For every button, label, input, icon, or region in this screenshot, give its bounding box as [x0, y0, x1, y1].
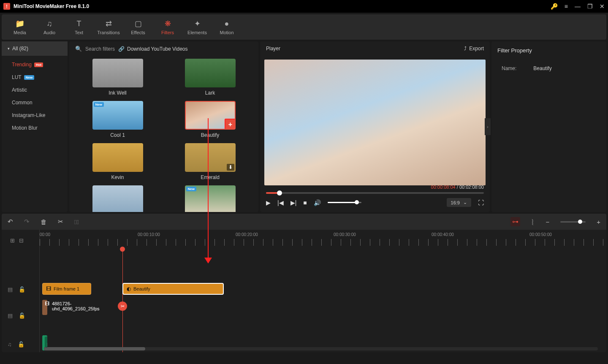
- export-icon: ⤴: [464, 46, 467, 52]
- tab-motion[interactable]: ●Motion: [212, 18, 242, 37]
- filter-item-item[interactable]: [78, 185, 157, 212]
- music-icon: ♪: [47, 337, 47, 342]
- export-button[interactable]: ⤴ Export: [464, 46, 484, 52]
- ruler-tick: 00:00:20:00: [236, 232, 258, 237]
- key-icon[interactable]: 🔑: [551, 3, 558, 10]
- filter-item-cool-1[interactable]: NewCool 1: [78, 101, 157, 138]
- timeline-remove-icon[interactable]: ⊟: [19, 237, 24, 244]
- motion-icon: ●: [225, 19, 229, 28]
- media-icon: 📁: [15, 19, 24, 28]
- aspect-ratio-select[interactable]: 16:9⌄: [447, 198, 471, 207]
- download-youtube-link[interactable]: 🔗 Download YouTube Videos: [118, 46, 187, 52]
- sidebar-item-lut[interactable]: LUTNew: [2, 71, 68, 84]
- download-icon[interactable]: ⬇: [227, 164, 234, 171]
- play-button[interactable]: ▶: [266, 199, 271, 206]
- ruler-tick: 00:00:10:00: [138, 232, 160, 237]
- timeline-toolbar: ↶ ↷ 🗑 ✂ ✂⃞ ⊶ ⦚ − +: [2, 214, 606, 230]
- title-bar: ! MiniTool MovieMaker Free 8.1.0 🔑 ≡ — ❐…: [0, 0, 608, 13]
- close-icon[interactable]: ✕: [600, 3, 605, 10]
- player-title: Player: [266, 46, 280, 52]
- minimize-icon[interactable]: —: [575, 3, 581, 10]
- video-clip[interactable]: 🎞 4881726-uhd_4096_2160_25fps: [42, 300, 47, 315]
- tab-elements[interactable]: ✦Elements: [182, 17, 212, 37]
- search-icon: 🔍: [75, 46, 82, 52]
- elements-icon: ✦: [194, 19, 201, 28]
- video-track-icon: ▤: [8, 312, 13, 319]
- video-clip-icon: 🎞: [45, 301, 49, 306]
- redo-button[interactable]: ↷: [24, 218, 30, 225]
- effects-icon: ▢: [135, 19, 142, 28]
- tab-audio[interactable]: ♫Audio: [35, 18, 64, 37]
- timeline-scrollbar[interactable]: [44, 347, 598, 350]
- snap-toggle[interactable]: ⦚: [531, 218, 535, 225]
- annotation-arrow: [208, 118, 209, 260]
- timeline: ⊞ ⊟ 00:0000:00:10:0000:00:20:0000:00:30:…: [2, 230, 606, 352]
- sidebar-item-motion-blur[interactable]: Motion Blur: [2, 122, 68, 134]
- sidebar-all-header[interactable]: All (82): [2, 41, 68, 56]
- search-input[interactable]: Search filters: [85, 46, 115, 52]
- filter-list-panel: 🔍 Search filters 🔗 Download YouTube Vide…: [69, 41, 258, 212]
- split-button[interactable]: ✂: [58, 218, 63, 225]
- next-frame-button[interactable]: ▶|: [290, 199, 297, 206]
- ruler-tick: 00:00:40:00: [432, 232, 454, 237]
- player-preview[interactable]: [264, 60, 486, 185]
- magnet-toggle[interactable]: ⊶: [510, 217, 520, 226]
- tab-effects[interactable]: ▢Effects: [123, 17, 153, 37]
- tab-text[interactable]: TText: [64, 18, 94, 37]
- lock-icon[interactable]: 🔓: [19, 312, 25, 319]
- fullscreen-icon[interactable]: ⛶: [478, 199, 484, 206]
- crop-button[interactable]: ✂⃞: [74, 218, 79, 225]
- sidebar-item-common[interactable]: Common: [2, 96, 68, 109]
- main-tabs: 📁Media♫AudioTText⇄Transitions▢Effects❋Fi…: [2, 14, 606, 40]
- lock-icon[interactable]: 🔓: [19, 286, 25, 293]
- property-title: Filter Property: [491, 41, 606, 60]
- zoom-slider[interactable]: [560, 221, 586, 223]
- property-name-value: Beautify: [533, 65, 551, 71]
- property-name-label: Name:: [502, 65, 516, 71]
- audio-icon: ♫: [46, 19, 52, 28]
- sidebar-item-instagram-like[interactable]: Instagram-Like: [2, 109, 68, 122]
- filter-track-icon: ▤: [8, 286, 13, 293]
- ruler-tick: 00:00:50:00: [529, 232, 552, 237]
- filter-category-sidebar: All (82) TrendingHotLUTNewArtisticCommon…: [2, 41, 68, 212]
- cut-marker-icon[interactable]: ✂: [118, 302, 127, 311]
- tab-transitions[interactable]: ⇄Transitions: [94, 17, 123, 37]
- filter-clip-1[interactable]: 🎞 Film frame 1: [42, 283, 91, 295]
- volume-slider[interactable]: [328, 202, 361, 203]
- maximize-icon[interactable]: ❐: [587, 3, 593, 10]
- prev-frame-button[interactable]: |◀: [277, 199, 284, 206]
- filter-item-beautify[interactable]: +Beautify: [170, 101, 250, 138]
- undo-button[interactable]: ↶: [8, 218, 13, 225]
- chevron-down-icon: ⌄: [463, 200, 467, 205]
- filter-item-kevin[interactable]: Kevin: [78, 143, 157, 180]
- film-icon: 🎞: [46, 286, 51, 292]
- filter-item-ink-well[interactable]: Ink Well: [78, 59, 157, 96]
- add-filter-button[interactable]: +: [225, 119, 236, 130]
- zoom-out-button[interactable]: −: [546, 218, 549, 225]
- filter-item-lark[interactable]: Lark: [170, 59, 250, 96]
- volume-icon[interactable]: 🔊: [314, 199, 321, 206]
- filter-item-item[interactable]: New: [170, 185, 250, 212]
- player-progress[interactable]: 00:00:08:04 / 00:02:08:00: [266, 192, 484, 194]
- stop-button[interactable]: ■: [303, 199, 307, 206]
- link-icon: 🔗: [118, 46, 125, 52]
- sidebar-item-trending[interactable]: TrendingHot: [2, 58, 68, 71]
- audio-track-icon: ♫: [8, 341, 12, 348]
- timeline-add-icon[interactable]: ⊞: [10, 237, 15, 244]
- filters-icon: ❋: [165, 19, 171, 28]
- panel-expand-icon[interactable]: ›: [485, 118, 491, 135]
- zoom-in-button[interactable]: +: [597, 218, 600, 225]
- app-logo-icon: !: [3, 3, 10, 10]
- sidebar-item-artistic[interactable]: Artistic: [2, 84, 68, 96]
- hamburger-icon[interactable]: ≡: [565, 3, 568, 10]
- timeline-ruler[interactable]: ⊞ ⊟ 00:0000:00:10:0000:00:20:0000:00:30:…: [40, 230, 606, 247]
- lock-icon[interactable]: 🔓: [18, 341, 24, 348]
- filter-clip-2[interactable]: ◐ Beautify: [122, 283, 224, 295]
- text-icon: T: [77, 19, 81, 28]
- filter-item-emerald[interactable]: ⬇Emerald: [170, 143, 250, 180]
- tab-media[interactable]: 📁Media: [5, 17, 35, 37]
- tab-filters[interactable]: ❋Filters: [153, 17, 182, 37]
- annotation-arrow-head: [204, 258, 212, 263]
- app-title: MiniTool MovieMaker Free 8.1.0: [14, 3, 551, 9]
- delete-button[interactable]: 🗑: [41, 218, 47, 225]
